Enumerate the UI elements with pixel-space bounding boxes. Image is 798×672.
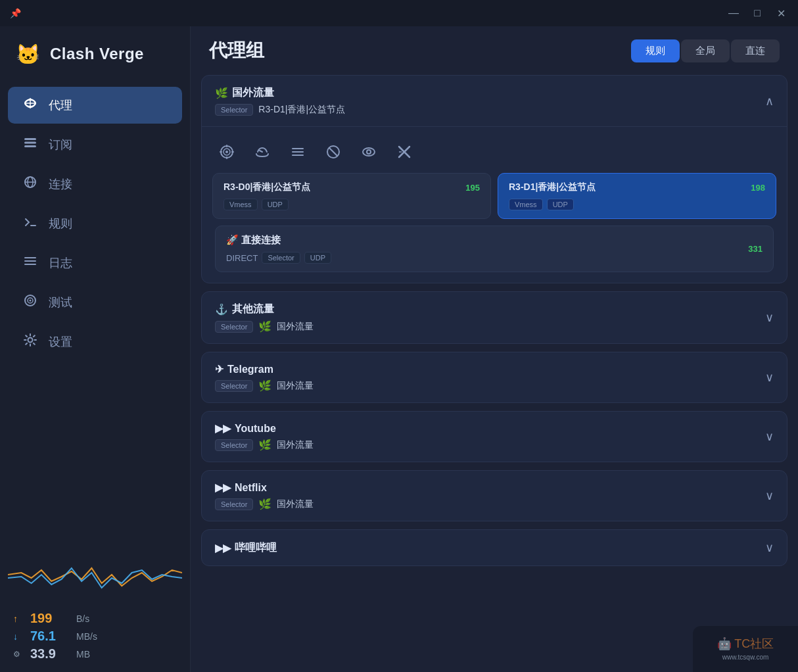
- sort-icon[interactable]: [286, 140, 310, 164]
- r3d0-tags: Vmess UDP: [223, 199, 480, 210]
- group-foreign-body: R3-D0|香港|公益节点 195 Vmess UDP R3-D1|香港|: [202, 126, 787, 283]
- proxy-icon: [21, 96, 39, 114]
- sidebar-nav: 代理 订阅: [0, 82, 190, 540]
- maximize-button[interactable]: □: [745, 1, 769, 25]
- sidebar-item-rules[interactable]: 规则: [8, 205, 182, 242]
- sidebar-item-connections[interactable]: 连接: [8, 166, 182, 203]
- youtube-meta: Selector 🌿 国外流量: [215, 439, 314, 451]
- sidebar: 🐱 Clash Verge 代理: [0, 26, 191, 672]
- netflix-meta: Selector 🌿 国外流量: [215, 498, 314, 510]
- group-bilibili-header[interactable]: ▶▶ 哔哩哔哩 ∨: [202, 530, 787, 565]
- upload-value: 199: [30, 611, 70, 626]
- telegram-current: 国外流量: [277, 380, 314, 392]
- group-other-header[interactable]: ⚓ 其他流量 Selector 🌿 国外流量 ∨: [202, 292, 787, 343]
- logs-icon: [21, 254, 39, 272]
- r3d1-udp-tag: UDP: [547, 199, 574, 210]
- sidebar-item-logs[interactable]: 日志: [8, 245, 182, 281]
- direct-selector-tag: Selector: [262, 252, 300, 264]
- group-telegram-header[interactable]: ✈ Telegram Selector 🌿 国外流量 ∨: [202, 352, 787, 402]
- speed-test-icon[interactable]: [250, 140, 274, 164]
- telegram-name: ✈ Telegram: [215, 363, 314, 375]
- youtube-current: 国外流量: [277, 439, 314, 451]
- group-foreign-name: 🌿 国外流量: [215, 86, 345, 100]
- telegram-icon: ✈: [215, 363, 223, 375]
- netflix-name: ▶▶ Netflix: [215, 481, 314, 494]
- netflix-icon: ▶▶: [215, 481, 231, 494]
- svg-point-31: [367, 150, 371, 154]
- close-button[interactable]: ✕: [769, 1, 793, 25]
- download-unit: MB/s: [76, 631, 97, 642]
- netflix-current-icon: 🌿: [258, 498, 271, 510]
- direct-node[interactable]: 🚀 直接连接 DIRECT Selector UDP 331: [215, 226, 774, 272]
- bilibili-name: ▶▶ 哔哩哔哩: [215, 541, 277, 555]
- sidebar-item-test[interactable]: 测试: [8, 284, 182, 321]
- other-name: ⚓ 其他流量: [215, 302, 314, 316]
- group-netflix: ▶▶ Netflix Selector 🌿 国外流量 ∨: [201, 470, 787, 521]
- netflix-selector-tag: Selector: [215, 498, 253, 510]
- download-value: 76.1: [30, 629, 70, 644]
- direct-node-name: 🚀 直接连接: [226, 234, 331, 247]
- foreign-chevron-icon: ∧: [765, 94, 774, 108]
- group-youtube-header[interactable]: ▶▶ Youtube Selector 🌿 国外流量 ∨: [202, 412, 787, 462]
- app-name: Clash Verge: [50, 45, 144, 63]
- cancel-icon[interactable]: [392, 140, 416, 164]
- sidebar-item-rules-label: 规则: [49, 216, 72, 231]
- group-other-traffic: ⚓ 其他流量 Selector 🌿 国外流量 ∨: [201, 291, 787, 344]
- youtube-icon: ▶▶: [215, 422, 231, 435]
- svg-rect-4: [24, 142, 36, 144]
- direct-node-left: 🚀 直接连接 DIRECT Selector UDP: [226, 234, 331, 264]
- svg-point-30: [363, 148, 375, 156]
- eye-icon[interactable]: [357, 140, 381, 164]
- youtube-chevron-icon: ∨: [765, 429, 774, 444]
- netflix-chevron-icon: ∨: [765, 489, 774, 503]
- sidebar-item-test-label: 测试: [49, 295, 72, 310]
- main-layout: 🐱 Clash Verge 代理: [0, 26, 798, 672]
- global-mode-button[interactable]: 全局: [681, 39, 730, 62]
- sidebar-stats: ↑ 199 B/s ↓ 76.1 MB/s ⚙ 33.9 MB: [0, 606, 190, 672]
- pin-button[interactable]: 📌: [5, 3, 25, 23]
- rules-mode-button[interactable]: 规则: [631, 39, 680, 62]
- memory-icon: ⚙: [13, 650, 24, 659]
- telegram-meta: Selector 🌿 国外流量: [215, 379, 314, 392]
- svg-point-16: [28, 338, 33, 343]
- subscriptions-icon: [21, 135, 39, 154]
- filter-icon[interactable]: [321, 140, 345, 164]
- upload-arrow-icon: ↑: [13, 613, 24, 624]
- direct-mode-button[interactable]: 直连: [731, 39, 780, 62]
- titlebar: 📌 — □ ✕: [0, 0, 798, 26]
- svg-line-29: [329, 148, 337, 156]
- other-selector-tag: Selector: [215, 321, 253, 333]
- sidebar-item-subscriptions[interactable]: 订阅: [8, 126, 182, 163]
- foreign-icon: 🌿: [215, 87, 228, 99]
- memory-unit: MB: [76, 649, 90, 660]
- svg-line-24: [260, 151, 262, 152]
- proxy-nodes-grid: R3-D0|香港|公益节点 195 Vmess UDP R3-D1|香港|: [212, 173, 776, 219]
- group-foreign-traffic-header[interactable]: 🌿 国外流量 Selector R3-D1|香港|公益节点 ∧: [202, 76, 787, 126]
- sidebar-item-proxy-label: 代理: [49, 97, 72, 113]
- r3d1-name: R3-D1|香港|公益节点: [509, 181, 596, 193]
- foreign-selector-tag: Selector: [215, 104, 253, 116]
- foreign-current: R3-D1|香港|公益节点: [258, 104, 345, 116]
- youtube-title-area: ▶▶ Youtube Selector 🌿 国外流量: [215, 422, 314, 451]
- svg-point-15: [30, 300, 32, 302]
- download-arrow-icon: ↓: [13, 631, 24, 642]
- content-header: 代理组 规则 全局 直连: [191, 26, 798, 75]
- page-title: 代理组: [209, 38, 264, 63]
- other-current: 国外流量: [277, 321, 314, 333]
- proxy-node-r3d0[interactable]: R3-D0|香港|公益节点 195 Vmess UDP: [212, 173, 491, 219]
- r3d1-tags: Vmess UDP: [509, 199, 765, 210]
- proxy-node-r3d1[interactable]: R3-D1|香港|公益节点 198 Vmess UDP: [498, 173, 776, 219]
- sidebar-header: 🐱 Clash Verge: [0, 26, 190, 82]
- r3d1-header: R3-D1|香港|公益节点 198: [509, 181, 765, 193]
- rules-icon: [21, 214, 39, 233]
- sidebar-item-proxy[interactable]: 代理: [8, 87, 182, 124]
- other-meta: Selector 🌿 国外流量: [215, 320, 314, 333]
- header-buttons: 规则 全局 直连: [631, 39, 780, 62]
- sidebar-item-settings[interactable]: 设置: [8, 324, 182, 360]
- minimize-button[interactable]: —: [722, 1, 745, 25]
- svg-rect-5: [24, 145, 36, 147]
- youtube-current-icon: 🌿: [258, 439, 271, 451]
- netflix-current: 国外流量: [277, 498, 314, 510]
- group-netflix-header[interactable]: ▶▶ Netflix Selector 🌿 国外流量 ∨: [202, 471, 787, 521]
- target-mode-icon[interactable]: [215, 140, 239, 164]
